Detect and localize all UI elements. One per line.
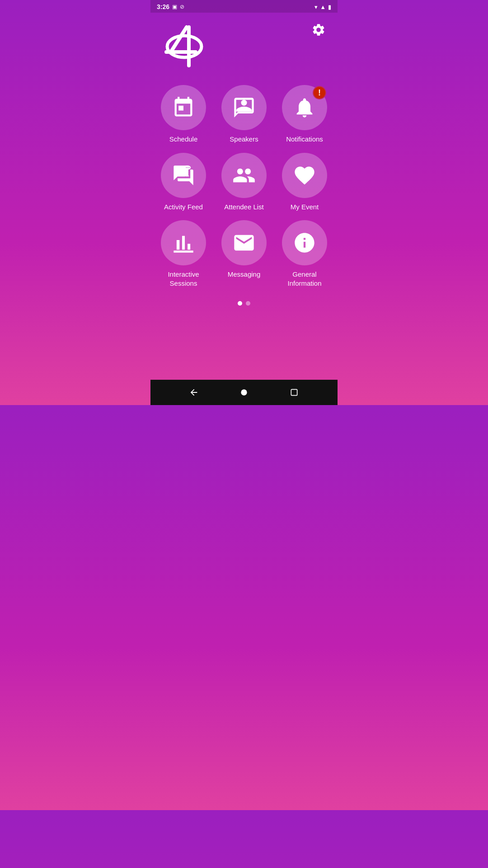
activity-feed-label: Activity Feed bbox=[164, 203, 203, 212]
page-indicator bbox=[150, 301, 338, 306]
notifications-icon-circle: ! bbox=[282, 85, 327, 130]
page-dot-active bbox=[238, 301, 242, 306]
svg-point-4 bbox=[186, 167, 187, 168]
activity-feed-item[interactable]: Activity Feed bbox=[160, 153, 207, 212]
schedule-label: Schedule bbox=[169, 135, 198, 144]
battery-icon: ▮ bbox=[328, 4, 331, 10]
back-button[interactable] bbox=[183, 383, 205, 401]
signal-icon: ▲ bbox=[320, 4, 326, 10]
attendee-list-item[interactable]: Attendee List bbox=[220, 153, 268, 212]
sim-card-icon: ▣ bbox=[172, 4, 177, 10]
svg-point-1 bbox=[241, 100, 247, 106]
svg-rect-8 bbox=[291, 389, 297, 395]
bar-chart-icon bbox=[172, 231, 195, 255]
general-information-item[interactable]: GeneralInformation bbox=[281, 220, 328, 288]
grid-row-1: Schedule Speakers ! Notifications bbox=[150, 85, 338, 144]
bell-icon bbox=[293, 96, 316, 119]
notifications-item[interactable]: ! Notifications bbox=[281, 85, 328, 144]
nav-bar bbox=[150, 380, 338, 405]
main-grid: Schedule Speakers ! Notifications bbox=[150, 76, 338, 297]
app-header bbox=[150, 13, 338, 76]
home-button[interactable] bbox=[233, 383, 255, 401]
notifications-label: Notifications bbox=[286, 135, 323, 144]
attendees-icon bbox=[232, 164, 256, 187]
activity-feed-icon-circle bbox=[161, 153, 206, 198]
status-right-icons: ▾ ▲ ▮ bbox=[314, 4, 331, 10]
speakers-item[interactable]: Speakers bbox=[220, 85, 268, 144]
my-event-item[interactable]: My Event bbox=[281, 153, 328, 212]
activity-icon bbox=[172, 164, 195, 187]
svg-point-3 bbox=[184, 165, 191, 170]
interactive-sessions-label: InteractiveSessions bbox=[168, 270, 199, 288]
grid-row-3: InteractiveSessions Messaging GeneralInf… bbox=[150, 220, 338, 288]
speakers-label: Speakers bbox=[230, 135, 258, 144]
heart-icon bbox=[293, 164, 316, 187]
attendee-list-icon-circle bbox=[221, 153, 267, 198]
messaging-label: Messaging bbox=[228, 270, 261, 279]
svg-point-6 bbox=[189, 167, 190, 168]
wifi-icon: ▾ bbox=[314, 4, 318, 10]
status-bar: 3:26 ▣ ⊘ ▾ ▲ ▮ bbox=[150, 0, 338, 13]
interactive-sessions-item[interactable]: InteractiveSessions bbox=[160, 220, 207, 288]
gear-icon bbox=[311, 26, 326, 40]
my-event-icon-circle bbox=[282, 153, 327, 198]
interactive-sessions-icon-circle bbox=[161, 220, 206, 265]
notification-badge: ! bbox=[313, 86, 326, 99]
svg-point-5 bbox=[188, 167, 188, 168]
speakers-icon-circle bbox=[221, 85, 267, 130]
calendar-icon bbox=[172, 96, 195, 119]
schedule-icon-circle bbox=[161, 85, 206, 130]
svg-point-7 bbox=[241, 389, 247, 395]
grid-row-2: Activity Feed Attendee List My Event bbox=[150, 153, 338, 212]
messaging-icon-circle bbox=[221, 220, 267, 265]
speaker-icon bbox=[232, 96, 256, 119]
no-disturb-icon: ⊘ bbox=[180, 4, 184, 10]
general-information-icon-circle bbox=[282, 220, 327, 265]
status-time: 3:26 bbox=[157, 3, 169, 10]
general-information-label: GeneralInformation bbox=[287, 270, 321, 288]
app-logo bbox=[160, 18, 209, 72]
recent-apps-button[interactable] bbox=[283, 383, 305, 401]
my-event-label: My Event bbox=[291, 203, 319, 212]
page-dot-inactive bbox=[246, 301, 250, 306]
envelope-icon bbox=[232, 231, 256, 255]
messaging-item[interactable]: Messaging bbox=[220, 220, 268, 288]
svg-point-2 bbox=[179, 169, 183, 172]
info-icon bbox=[293, 231, 316, 255]
attendee-list-label: Attendee List bbox=[224, 203, 264, 212]
settings-button[interactable] bbox=[309, 20, 328, 43]
schedule-item[interactable]: Schedule bbox=[160, 85, 207, 144]
